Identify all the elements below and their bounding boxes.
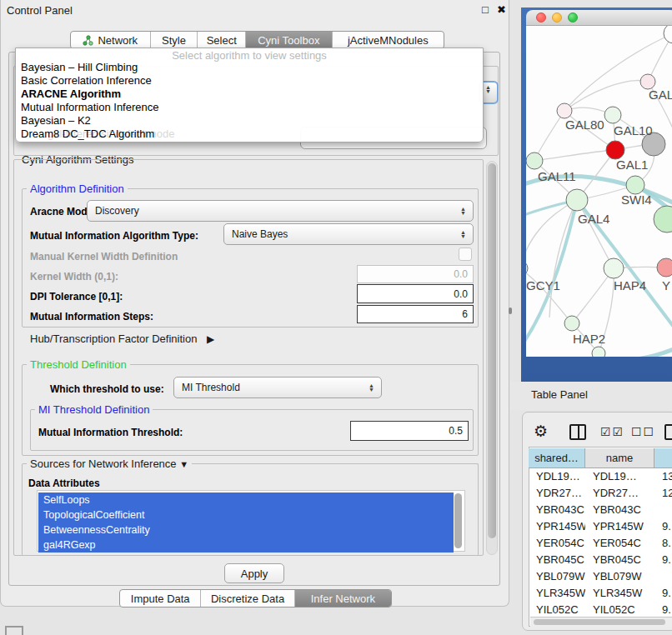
table-cell: YBR043C — [529, 502, 585, 518]
tab-cyni-toolbox[interactable]: Cyni Toolbox — [245, 32, 332, 48]
network-node[interactable] — [604, 107, 621, 123]
mac-zoom-button[interactable] — [568, 12, 578, 22]
network-node[interactable] — [654, 206, 672, 232]
split-pane-grip[interactable] — [509, 308, 512, 314]
hub-definition-label: Hub/Transcription Factor Definition — [30, 332, 197, 345]
settings-scrollbar-thumb[interactable] — [488, 163, 496, 538]
hub-definition-disclosure[interactable]: Hub/Transcription Factor Definition ▶ — [30, 332, 214, 345]
network-edge[interactable] — [534, 150, 615, 161]
mi-steps-field[interactable]: 6 — [357, 305, 474, 323]
algorithm-popup: Select algorithm to view settings gal-fi… — [15, 48, 484, 142]
network-node[interactable] — [566, 189, 588, 211]
page-icon[interactable] — [664, 424, 672, 440]
table-row[interactable]: YER054CYER054C8. — [529, 535, 672, 552]
apply-button[interactable]: Apply — [224, 563, 284, 583]
popup-item-bayesian-k2[interactable]: Bayesian – K2 — [16, 114, 483, 128]
table-cell: YER054C — [529, 535, 585, 552]
columns-icon-divider — [578, 426, 579, 438]
tab-discretize-data[interactable]: Discretize Data — [200, 590, 293, 607]
tab-jactivemnodules-label: jActiveMNodules — [348, 34, 429, 47]
popup-item-bayesian-hill-climbing[interactable]: Bayesian – Hill Climbing — [16, 61, 483, 74]
mi-type-combo[interactable]: Naive Bayes ▲▼ — [223, 223, 474, 245]
tab-infer-network[interactable]: Infer Network — [294, 590, 391, 607]
popup-item-basic-correlation[interactable]: Basic Correlation Inference — [16, 74, 483, 88]
sources-title: Sources for Network Inference — [30, 458, 177, 470]
mac-close-button[interactable] — [536, 12, 546, 22]
tab-style[interactable]: Style — [150, 32, 198, 48]
network-node-label: GAL10 — [614, 123, 653, 138]
table-cell: 9. — [654, 518, 672, 535]
tab-network[interactable]: Network — [71, 32, 150, 48]
mi-threshold-field[interactable]: 0.5 — [350, 421, 469, 441]
mi-type-value: Naive Bayes — [232, 228, 288, 240]
network-window: GALGAL80GAL10GAL1GAL11SWI4GAL4GCY1HAP4YH… — [526, 10, 672, 357]
dpi-tolerance-label: DPI Tolerance [0,1]: — [30, 291, 123, 302]
table-row[interactable]: YPR145WYPR145W9. — [529, 518, 672, 535]
table-cell: YDR27… — [585, 485, 654, 502]
network-node[interactable] — [657, 258, 672, 277]
table-row[interactable]: YIL052CYIL052C9. — [529, 602, 672, 617]
gear-icon[interactable]: ⚙ — [534, 422, 548, 441]
sources-disclosure[interactable]: Sources for Network Inference ▼ — [27, 458, 192, 470]
network-node[interactable] — [557, 103, 572, 118]
network-node[interactable] — [604, 258, 624, 278]
column-header-name[interactable]: name — [585, 448, 654, 468]
network-node[interactable] — [526, 152, 543, 169]
table-row[interactable]: YBR045CYBR045C9. — [529, 552, 672, 568]
table-row[interactable]: YLR345WYLR345W9. — [529, 585, 672, 602]
table-row[interactable]: YDR27…YDR27…12 — [529, 485, 672, 502]
select-all-icon[interactable]: ☑☑ — [600, 425, 624, 438]
popup-item-mutual-information[interactable]: Mutual Information Inference — [16, 101, 483, 114]
network-node[interactable] — [592, 347, 605, 357]
network-edge[interactable] — [577, 200, 614, 268]
table-cell: YBL079W — [529, 568, 585, 585]
table-hscrollbar-track[interactable] — [530, 617, 672, 627]
table-row[interactable]: YBL079WYBL079W — [529, 568, 672, 585]
tab-impute-data[interactable]: Impute Data — [120, 590, 200, 607]
column-header-shared-name[interactable]: shared… — [529, 448, 585, 468]
network-window-titlebar[interactable] — [526, 10, 672, 26]
list-item-selfloops[interactable]: SelfLoops — [38, 492, 454, 508]
deselect-all-icon[interactable]: ☐☐ — [631, 425, 655, 438]
network-edge-thick[interactable] — [572, 344, 672, 357]
tab-select-label: Select — [207, 34, 237, 47]
float-window-icon[interactable]: □ — [482, 3, 489, 16]
kernel-width-field[interactable]: 0.0 — [357, 265, 474, 283]
dock-fragment-icon[interactable] — [5, 626, 23, 635]
popup-item-dream8[interactable]: Dream8 DC_TDC Algorithm — [16, 128, 483, 141]
table-cell: YPR145W — [529, 518, 585, 535]
table-body: YDL19…YDL19…13YDR27…YDR27…12YBR043CYBR04… — [529, 468, 672, 617]
tab-select[interactable]: Select — [197, 32, 245, 48]
network-node[interactable] — [626, 176, 644, 194]
tab-jactivemnodules[interactable]: jActiveMNodules — [332, 32, 444, 48]
settings-scrollbar-track[interactable] — [486, 161, 498, 555]
popup-item-aracne[interactable]: ARACNE Algorithm — [16, 88, 483, 101]
network-node[interactable] — [664, 26, 672, 43]
manual-kernel-checkbox[interactable] — [459, 248, 472, 261]
table-row[interactable]: YDL19…YDL19…13 — [529, 468, 672, 485]
list-item-gal4rgexp[interactable]: gal4RGexp — [38, 538, 454, 552]
which-threshold-combo[interactable]: MI Threshold ▲▼ — [173, 377, 382, 398]
list-item-topologicalcoefficient[interactable]: TopologicalCoefficient — [38, 508, 454, 522]
table-hscrollbar-thumb[interactable] — [534, 619, 665, 625]
table-row[interactable]: YBR043CYBR043C — [529, 502, 672, 518]
stepper-arrows-icon: ▲▼ — [485, 85, 491, 93]
combo-arrows-icon: ▲▼ — [460, 207, 466, 215]
network-node[interactable] — [606, 141, 624, 159]
list-item-betweennesscentrality[interactable]: BetweennessCentrality — [38, 522, 454, 538]
dpi-tolerance-field[interactable]: 0.0 — [357, 284, 474, 303]
close-icon[interactable]: ✖ — [497, 3, 506, 16]
table-cell: YBR043C — [585, 502, 654, 518]
network-edge[interactable] — [564, 81, 648, 111]
network-node[interactable] — [564, 316, 579, 331]
aracne-mode-combo[interactable]: Discovery ▲▼ — [87, 200, 474, 222]
combo-arrows-icon: ▲▼ — [369, 383, 374, 392]
table-cell: YDR27… — [529, 485, 585, 502]
columns-icon[interactable] — [569, 424, 586, 440]
data-attributes-label: Data Attributes — [28, 478, 100, 489]
network-canvas[interactable]: GALGAL80GAL10GAL1GAL11SWI4GAL4GCY1HAP4YH… — [526, 26, 672, 357]
mac-minimize-button[interactable] — [552, 12, 562, 22]
control-panel-titlebar[interactable]: Control Panel □ ✖ — [0, 0, 509, 20]
list-scrollbar-thumb[interactable] — [454, 493, 462, 548]
column-header-partial[interactable] — [654, 448, 672, 468]
